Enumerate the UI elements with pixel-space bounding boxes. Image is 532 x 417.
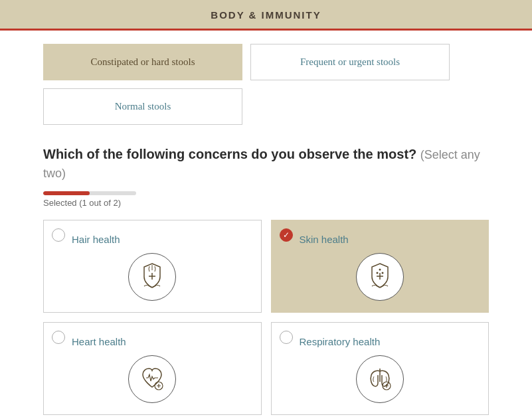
svg-point-6 — [379, 269, 381, 271]
option-card-respiratory[interactable]: Respiratory health — [271, 322, 489, 415]
respiratory-svg — [363, 362, 397, 396]
skin-svg — [363, 260, 397, 294]
question-text: Which of the following concerns do you o… — [43, 145, 489, 182]
check-circle-heart — [52, 331, 65, 344]
option-card-skin[interactable]: ✓ Skin health — [271, 220, 489, 313]
main-content: Constipated or hard stools Frequent or u… — [0, 31, 532, 417]
svg-point-5 — [381, 272, 383, 274]
progress-bar-wrapper — [43, 191, 489, 195]
option-check-heart — [52, 331, 65, 344]
option-card-heart[interactable]: Heart health — [43, 322, 262, 415]
page-title: BODY & IMMUNITY — [211, 9, 321, 21]
option-check-skin: ✓ — [280, 228, 293, 242]
hair-health-icon — [128, 253, 176, 301]
check-mark-skin: ✓ — [283, 231, 290, 239]
heart-svg — [135, 362, 169, 396]
svg-point-4 — [376, 272, 378, 274]
heart-health-icon — [128, 355, 176, 403]
stool-btn-constipated[interactable]: Constipated or hard stools — [43, 44, 242, 80]
page-header: BODY & IMMUNITY — [0, 0, 532, 31]
progress-bar-fill — [43, 191, 90, 195]
option-check-respiratory — [280, 331, 293, 344]
progress-bar-background — [43, 191, 136, 195]
check-circle-hair — [52, 228, 65, 242]
question-section: Which of the following concerns do you o… — [43, 145, 489, 415]
stool-btn-normal[interactable]: Normal stools — [43, 88, 242, 125]
check-circle-skin: ✓ — [280, 228, 293, 242]
options-grid: Hair health — [43, 220, 489, 415]
hair-svg — [135, 260, 169, 294]
option-card-hair[interactable]: Hair health — [43, 220, 262, 313]
option-check-hair — [52, 228, 65, 242]
skin-health-icon — [356, 253, 404, 301]
stool-options-group: Constipated or hard stools Frequent or u… — [43, 44, 489, 125]
option-label-respiratory: Respiratory health — [282, 336, 381, 347]
option-label-heart: Heart health — [54, 336, 126, 347]
check-circle-respiratory — [280, 331, 293, 344]
selected-count: Selected (1 out of 2) — [43, 198, 489, 208]
stool-btn-frequent[interactable]: Frequent or urgent stools — [250, 44, 450, 80]
respiratory-health-icon — [356, 355, 404, 403]
